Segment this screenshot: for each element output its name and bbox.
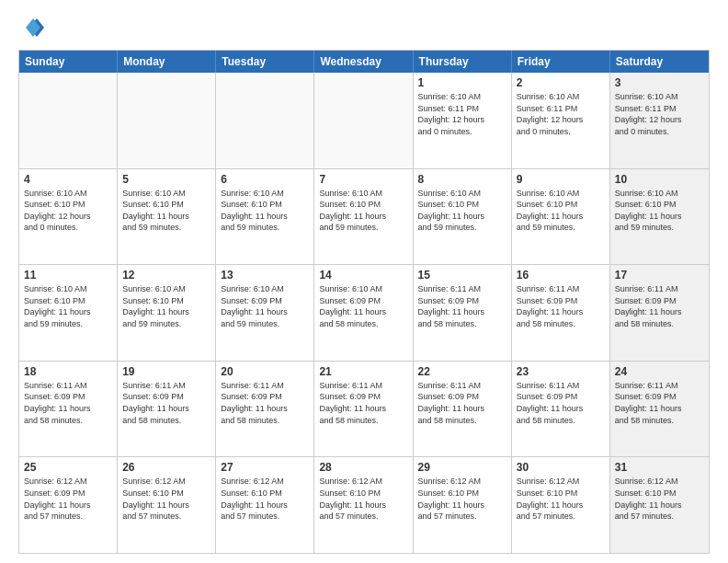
weekday-header-thursday: Thursday bbox=[414, 51, 512, 73]
day-info: Sunrise: 6:10 AM Sunset: 6:11 PM Dayligh… bbox=[615, 91, 704, 137]
day-info: Sunrise: 6:11 AM Sunset: 6:09 PM Dayligh… bbox=[418, 283, 506, 329]
day-cell-1: 1Sunrise: 6:10 AM Sunset: 6:11 PM Daylig… bbox=[414, 73, 512, 168]
day-info: Sunrise: 6:11 AM Sunset: 6:09 PM Dayligh… bbox=[615, 380, 704, 426]
day-cell-12: 12Sunrise: 6:10 AM Sunset: 6:10 PM Dayli… bbox=[118, 265, 216, 361]
day-cell-22: 22Sunrise: 6:11 AM Sunset: 6:09 PM Dayli… bbox=[414, 362, 512, 457]
day-number: 10 bbox=[615, 173, 704, 186]
day-info: Sunrise: 6:10 AM Sunset: 6:10 PM Dayligh… bbox=[24, 283, 112, 329]
day-cell-15: 15Sunrise: 6:11 AM Sunset: 6:09 PM Dayli… bbox=[414, 265, 512, 361]
day-number: 8 bbox=[418, 173, 506, 186]
logo bbox=[18, 15, 46, 40]
day-number: 28 bbox=[319, 461, 407, 474]
day-cell-5: 5Sunrise: 6:10 AM Sunset: 6:10 PM Daylig… bbox=[118, 169, 216, 265]
day-number: 9 bbox=[517, 173, 605, 186]
day-cell-19: 19Sunrise: 6:11 AM Sunset: 6:09 PM Dayli… bbox=[118, 362, 216, 457]
day-cell-4: 4Sunrise: 6:10 AM Sunset: 6:10 PM Daylig… bbox=[19, 169, 118, 265]
day-number: 2 bbox=[517, 76, 605, 89]
day-number: 5 bbox=[122, 173, 210, 186]
day-info: Sunrise: 6:11 AM Sunset: 6:09 PM Dayligh… bbox=[418, 380, 506, 426]
day-info: Sunrise: 6:10 AM Sunset: 6:10 PM Dayligh… bbox=[517, 188, 605, 234]
day-number: 1 bbox=[418, 76, 506, 89]
day-info: Sunrise: 6:10 AM Sunset: 6:11 PM Dayligh… bbox=[418, 91, 506, 137]
weekday-header-sunday: Sunday bbox=[19, 51, 118, 73]
day-number: 13 bbox=[221, 269, 309, 282]
day-cell-8: 8Sunrise: 6:10 AM Sunset: 6:10 PM Daylig… bbox=[414, 169, 512, 265]
day-number: 24 bbox=[615, 365, 704, 378]
weekday-header-tuesday: Tuesday bbox=[216, 51, 314, 73]
day-number: 30 bbox=[517, 461, 605, 474]
day-number: 4 bbox=[24, 173, 112, 186]
day-number: 29 bbox=[418, 461, 506, 474]
day-cell-14: 14Sunrise: 6:10 AM Sunset: 6:09 PM Dayli… bbox=[314, 265, 413, 361]
weekday-header-wednesday: Wednesday bbox=[314, 51, 413, 73]
day-cell-25: 25Sunrise: 6:12 AM Sunset: 6:09 PM Dayli… bbox=[19, 457, 118, 553]
weekday-header-friday: Friday bbox=[512, 51, 610, 73]
day-cell-11: 11Sunrise: 6:10 AM Sunset: 6:10 PM Dayli… bbox=[19, 265, 118, 361]
day-info: Sunrise: 6:10 AM Sunset: 6:10 PM Dayligh… bbox=[24, 188, 112, 234]
calendar-header: SundayMondayTuesdayWednesdayThursdayFrid… bbox=[19, 51, 709, 73]
day-info: Sunrise: 6:11 AM Sunset: 6:09 PM Dayligh… bbox=[24, 380, 112, 426]
calendar-row-3: 11Sunrise: 6:10 AM Sunset: 6:10 PM Dayli… bbox=[19, 265, 709, 362]
day-cell-6: 6Sunrise: 6:10 AM Sunset: 6:10 PM Daylig… bbox=[216, 169, 314, 265]
day-number: 18 bbox=[24, 365, 112, 378]
day-cell-24: 24Sunrise: 6:11 AM Sunset: 6:09 PM Dayli… bbox=[610, 362, 709, 457]
day-info: Sunrise: 6:10 AM Sunset: 6:10 PM Dayligh… bbox=[122, 188, 210, 234]
day-cell-23: 23Sunrise: 6:11 AM Sunset: 6:09 PM Dayli… bbox=[512, 362, 610, 457]
day-cell-18: 18Sunrise: 6:11 AM Sunset: 6:09 PM Dayli… bbox=[19, 362, 118, 457]
calendar-row-1: 1Sunrise: 6:10 AM Sunset: 6:11 PM Daylig… bbox=[19, 73, 709, 169]
day-cell-30: 30Sunrise: 6:12 AM Sunset: 6:10 PM Dayli… bbox=[512, 457, 610, 553]
day-cell-16: 16Sunrise: 6:11 AM Sunset: 6:09 PM Dayli… bbox=[512, 265, 610, 361]
day-info: Sunrise: 6:12 AM Sunset: 6:10 PM Dayligh… bbox=[615, 476, 704, 522]
day-cell-20: 20Sunrise: 6:11 AM Sunset: 6:09 PM Dayli… bbox=[216, 362, 314, 457]
day-info: Sunrise: 6:11 AM Sunset: 6:09 PM Dayligh… bbox=[122, 380, 210, 426]
weekday-header-saturday: Saturday bbox=[610, 51, 709, 73]
day-number: 20 bbox=[221, 365, 309, 378]
day-info: Sunrise: 6:10 AM Sunset: 6:10 PM Dayligh… bbox=[221, 188, 309, 234]
day-number: 14 bbox=[319, 269, 407, 282]
day-info: Sunrise: 6:10 AM Sunset: 6:10 PM Dayligh… bbox=[122, 283, 210, 329]
day-info: Sunrise: 6:10 AM Sunset: 6:09 PM Dayligh… bbox=[221, 283, 309, 329]
day-number: 11 bbox=[24, 269, 112, 282]
day-cell-26: 26Sunrise: 6:12 AM Sunset: 6:10 PM Dayli… bbox=[118, 457, 216, 553]
day-cell-3: 3Sunrise: 6:10 AM Sunset: 6:11 PM Daylig… bbox=[610, 73, 709, 168]
empty-cell bbox=[19, 73, 118, 168]
day-info: Sunrise: 6:11 AM Sunset: 6:09 PM Dayligh… bbox=[221, 380, 309, 426]
weekday-header-monday: Monday bbox=[118, 51, 216, 73]
day-info: Sunrise: 6:12 AM Sunset: 6:10 PM Dayligh… bbox=[122, 476, 210, 522]
header bbox=[18, 15, 710, 40]
day-number: 12 bbox=[122, 269, 210, 282]
calendar-body: 1Sunrise: 6:10 AM Sunset: 6:11 PM Daylig… bbox=[19, 73, 709, 553]
day-cell-27: 27Sunrise: 6:12 AM Sunset: 6:10 PM Dayli… bbox=[216, 457, 314, 553]
day-cell-28: 28Sunrise: 6:12 AM Sunset: 6:10 PM Dayli… bbox=[314, 457, 413, 553]
day-info: Sunrise: 6:12 AM Sunset: 6:10 PM Dayligh… bbox=[517, 476, 605, 522]
day-info: Sunrise: 6:10 AM Sunset: 6:10 PM Dayligh… bbox=[319, 188, 407, 234]
day-info: Sunrise: 6:10 AM Sunset: 6:09 PM Dayligh… bbox=[319, 283, 407, 329]
day-cell-31: 31Sunrise: 6:12 AM Sunset: 6:10 PM Dayli… bbox=[610, 457, 709, 553]
day-number: 21 bbox=[319, 365, 407, 378]
day-info: Sunrise: 6:10 AM Sunset: 6:10 PM Dayligh… bbox=[615, 188, 704, 234]
day-number: 7 bbox=[319, 173, 407, 186]
day-info: Sunrise: 6:12 AM Sunset: 6:10 PM Dayligh… bbox=[319, 476, 407, 522]
day-number: 19 bbox=[122, 365, 210, 378]
day-cell-13: 13Sunrise: 6:10 AM Sunset: 6:09 PM Dayli… bbox=[216, 265, 314, 361]
day-number: 15 bbox=[418, 269, 506, 282]
day-cell-21: 21Sunrise: 6:11 AM Sunset: 6:09 PM Dayli… bbox=[314, 362, 413, 457]
day-number: 16 bbox=[517, 269, 605, 282]
day-info: Sunrise: 6:11 AM Sunset: 6:09 PM Dayligh… bbox=[517, 380, 605, 426]
empty-cell bbox=[118, 73, 216, 168]
day-number: 27 bbox=[221, 461, 309, 474]
calendar-row-5: 25Sunrise: 6:12 AM Sunset: 6:09 PM Dayli… bbox=[19, 457, 709, 553]
calendar-row-2: 4Sunrise: 6:10 AM Sunset: 6:10 PM Daylig… bbox=[19, 169, 709, 266]
day-cell-2: 2Sunrise: 6:10 AM Sunset: 6:11 PM Daylig… bbox=[512, 73, 610, 168]
day-info: Sunrise: 6:11 AM Sunset: 6:09 PM Dayligh… bbox=[615, 283, 704, 329]
logo-icon bbox=[18, 15, 44, 40]
empty-cell bbox=[314, 73, 413, 168]
empty-cell bbox=[216, 73, 314, 168]
day-info: Sunrise: 6:12 AM Sunset: 6:10 PM Dayligh… bbox=[221, 476, 309, 522]
day-cell-17: 17Sunrise: 6:11 AM Sunset: 6:09 PM Dayli… bbox=[610, 265, 709, 361]
day-number: 6 bbox=[221, 173, 309, 186]
day-info: Sunrise: 6:10 AM Sunset: 6:10 PM Dayligh… bbox=[418, 188, 506, 234]
day-number: 31 bbox=[615, 461, 704, 474]
day-number: 23 bbox=[517, 365, 605, 378]
day-number: 17 bbox=[615, 269, 704, 282]
